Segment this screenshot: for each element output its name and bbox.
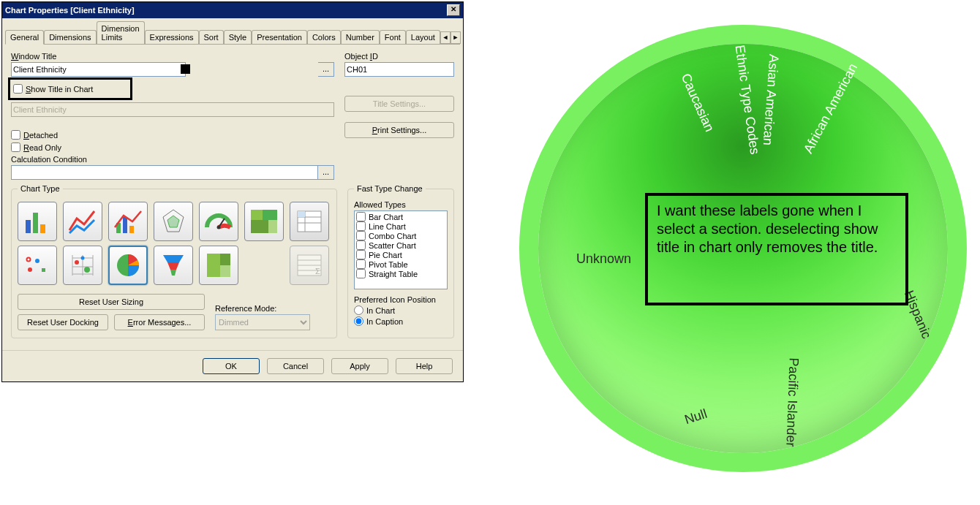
allowed-bar-checkbox[interactable]	[356, 212, 366, 221]
list-item: Pivot Table	[369, 260, 408, 269]
user-annotation-box: I want these labels gone when I select a…	[645, 193, 908, 305]
tab-colors[interactable]: Colors	[307, 30, 341, 44]
help-button[interactable]: Help	[396, 358, 453, 374]
allowed-line-checkbox[interactable]	[356, 221, 366, 231]
tab-strip: General Dimensions Dimension Limits Expr…	[5, 21, 460, 45]
chart-properties-dialog: Chart Properties [Client Ethnicity] ✕ Ge…	[1, 1, 464, 382]
chart-type-grid[interactable]	[63, 246, 102, 285]
in-caption-radio[interactable]	[354, 316, 363, 326]
svg-rect-10	[251, 210, 263, 220]
list-item: Pie Chart	[369, 251, 402, 259]
calc-cond-label: Calculation Condition	[11, 155, 334, 164]
calc-cond-input[interactable]	[11, 165, 318, 180]
calc-cond-expression-button[interactable]: ...	[318, 165, 334, 180]
error-messages-button[interactable]: Error Messages...	[114, 314, 205, 330]
reset-user-sizing-button[interactable]: Reset User Sizing	[18, 294, 205, 310]
pie-label-unknown: Unknown	[576, 251, 631, 267]
chart-type-straight-table[interactable]: Σ	[290, 246, 329, 285]
dialog-title-bar: Chart Properties [Client Ethnicity] ✕	[2, 2, 463, 18]
list-item: Bar Chart	[369, 213, 403, 221]
in-chart-radio[interactable]	[354, 305, 363, 315]
chart-type-mekko[interactable]	[244, 202, 284, 241]
chart-type-scatter[interactable]	[18, 246, 57, 285]
allowed-pivot-checkbox[interactable]	[356, 259, 366, 269]
tab-dimensions[interactable]: Dimensions	[44, 30, 96, 44]
readonly-checkbox[interactable]	[11, 143, 20, 152]
chart-type-gauge[interactable]	[199, 202, 238, 241]
allowed-scatter-checkbox[interactable]	[356, 240, 366, 250]
print-settings-button[interactable]: Print Settings...	[344, 122, 454, 138]
chart-type-funnel[interactable]	[154, 246, 193, 285]
svg-marker-33	[163, 255, 184, 262]
chart-type-line[interactable]	[63, 202, 102, 241]
tab-layout[interactable]: Layout	[406, 30, 440, 44]
chart-type-combo[interactable]	[108, 202, 148, 241]
svg-point-22	[27, 258, 31, 262]
svg-rect-4	[123, 217, 127, 233]
window-title-toggle-icon[interactable]	[181, 64, 190, 74]
chart-type-pivot[interactable]	[290, 202, 329, 241]
chart-type-grid: Σ	[18, 199, 331, 288]
tab-scroll-left-icon[interactable]: ◄	[440, 31, 451, 44]
window-title-expression-button[interactable]: ...	[318, 62, 334, 77]
close-icon[interactable]: ✕	[447, 4, 460, 16]
tab-number[interactable]: Number	[341, 30, 380, 44]
object-id-input[interactable]	[344, 62, 454, 77]
tab-dimension-limits[interactable]: Dimension Limits	[97, 21, 145, 44]
readonly-label: Read Only	[23, 143, 61, 152]
in-chart-label: In Chart	[366, 306, 395, 315]
user-annotation-text: I want these labels gone when I select a…	[657, 202, 878, 255]
svg-rect-13	[268, 220, 277, 233]
apply-button[interactable]: Apply	[331, 358, 388, 374]
svg-rect-36	[207, 254, 220, 277]
pie-chart-preview: Caucasian Ethnic Type Codes Asian Americ…	[524, 15, 962, 482]
dialog-button-row: OK Cancel Apply Help	[2, 350, 463, 381]
detached-label: Detached	[23, 131, 58, 140]
ok-button[interactable]: OK	[203, 358, 260, 374]
pie-label-pacific-islander: Pacific Islander	[783, 357, 801, 447]
svg-rect-21	[42, 268, 45, 272]
show-title-label: Show Title in Chart	[26, 85, 93, 94]
list-item: Scatter Chart	[369, 241, 416, 250]
svg-rect-2	[40, 224, 45, 233]
chart-type-radar[interactable]	[154, 202, 193, 241]
svg-rect-5	[129, 226, 134, 233]
chart-type-pie[interactable]	[108, 246, 148, 285]
allowed-pie-checkbox[interactable]	[356, 250, 366, 259]
pref-icon-pos-label: Preferred Icon Position	[354, 295, 448, 304]
svg-marker-34	[167, 262, 179, 270]
tab-scroll-right-icon[interactable]: ►	[451, 31, 461, 44]
dialog-body: Window Title ... Show Title in Chart Det…	[2, 45, 463, 350]
window-title-input[interactable]	[11, 62, 186, 77]
tab-sort[interactable]: Sort	[199, 30, 224, 44]
window-title-label: Window Title	[11, 52, 334, 61]
tab-style[interactable]: Style	[224, 30, 252, 44]
cancel-button[interactable]: Cancel	[267, 358, 324, 374]
svg-rect-12	[251, 220, 268, 233]
svg-point-31	[81, 257, 85, 260]
tab-presentation[interactable]: Presentation	[252, 30, 307, 44]
detached-checkbox[interactable]	[11, 130, 20, 140]
allowed-types-listbox[interactable]: Bar Chart Line Chart Combo Chart Scatter…	[354, 210, 448, 289]
svg-point-29	[75, 260, 79, 265]
tab-font[interactable]: Font	[380, 30, 406, 44]
svg-point-20	[35, 259, 39, 263]
svg-rect-18	[298, 211, 305, 217]
svg-marker-7	[167, 216, 179, 227]
svg-rect-38	[220, 265, 230, 277]
reset-user-docking-button[interactable]: Reset User Docking	[18, 314, 108, 330]
show-title-checkbox[interactable]	[13, 84, 23, 94]
fast-type-change-legend: Fast Type Change	[354, 184, 426, 193]
tab-general[interactable]: General	[5, 30, 44, 45]
allowed-combo-checkbox[interactable]	[356, 231, 366, 240]
title-settings-button: Title Settings...	[344, 96, 454, 112]
tab-expressions[interactable]: Expressions	[145, 30, 199, 44]
chart-type-bar[interactable]	[18, 202, 57, 241]
chart-type-legend: Chart Type	[18, 184, 63, 193]
chart-type-block[interactable]	[199, 246, 238, 285]
allowed-types-label: Allowed Types	[354, 200, 448, 209]
reference-mode-label: Reference Mode:	[215, 304, 310, 313]
allowed-straight-checkbox[interactable]	[356, 269, 366, 278]
reference-mode-select: Dimmed	[215, 314, 310, 330]
svg-rect-37	[220, 254, 230, 265]
